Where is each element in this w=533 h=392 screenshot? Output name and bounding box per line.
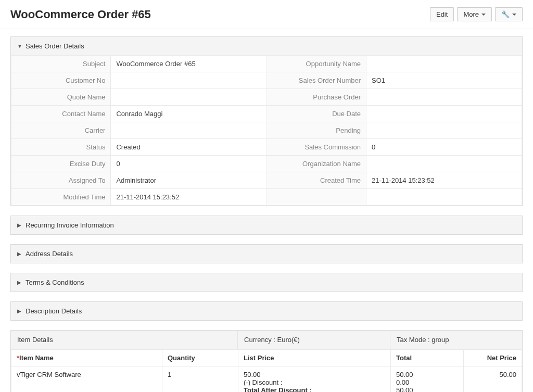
items-header-currency: Currency : Euro(€) xyxy=(238,331,390,349)
field-label-quote-name: Quote Name xyxy=(11,89,111,106)
section-title: Address Details xyxy=(26,250,73,258)
page-title: WooCommerce Order #65 xyxy=(10,8,151,21)
item-row: vTiger CRM Software 1 50.00 (-) Discount… xyxy=(11,366,522,393)
total-after-discount: 50.00 xyxy=(396,386,458,392)
section-header-description[interactable]: ▶ Description Details xyxy=(11,302,522,320)
section-recurring: ▶ Recurring Invoice Information xyxy=(10,216,523,235)
content-area: ▼ Sales Order Details Subject WooCommerc… xyxy=(0,29,533,392)
total-value: 50.00 xyxy=(396,371,458,378)
field-value-organization xyxy=(366,156,522,172)
items-columns-row: *Item Name Quantity List Price Total Net… xyxy=(11,350,522,366)
section-header-address[interactable]: ▶ Address Details xyxy=(11,245,522,263)
field-value-sales-commission: 0 xyxy=(366,139,522,156)
col-list-price: List Price xyxy=(238,350,391,366)
field-label-assigned-to: Assigned To xyxy=(11,172,111,189)
item-list-price: 50.00 (-) Discount : Total After Discoun… xyxy=(238,366,391,393)
field-value-customer-no xyxy=(111,72,266,89)
items-header-taxmode: Tax Mode : group xyxy=(390,331,522,349)
field-label-created-time: Created Time xyxy=(266,172,366,189)
field-value-opportunity xyxy=(366,56,522,72)
item-name: vTiger CRM Software xyxy=(11,366,162,393)
field-label-due-date: Due Date xyxy=(266,106,366,122)
field-label-empty xyxy=(266,189,366,206)
total-after-discount-label: Total After Discount : xyxy=(244,386,385,392)
field-label-modified-time: Modified Time xyxy=(11,189,111,206)
col-item-name-label: Item Name xyxy=(19,354,54,362)
col-net-price: Net Price xyxy=(464,350,522,366)
section-title: Recurring Invoice Information xyxy=(26,221,114,229)
field-label-carrier: Carrier xyxy=(11,122,111,139)
section-header-sales-order-details[interactable]: ▼ Sales Order Details xyxy=(11,37,522,55)
field-label-subject: Subject xyxy=(11,56,111,72)
field-label-status: Status xyxy=(11,139,111,156)
field-value-so-number: SO1 xyxy=(366,72,522,89)
field-value-empty xyxy=(366,189,522,206)
field-label-opportunity: Opportunity Name xyxy=(266,56,366,72)
list-price-value: 50.00 xyxy=(244,371,385,378)
field-value-contact-name: Conrado Maggi xyxy=(111,106,266,122)
section-title: Sales Order Details xyxy=(26,42,84,50)
section-title: Terms & Conditions xyxy=(26,279,84,286)
disclosure-down-icon: ▼ xyxy=(17,43,22,49)
col-item-name: *Item Name xyxy=(11,350,162,366)
field-value-excise-duty: 0 xyxy=(111,156,266,172)
header-actions: Edit More 🔧 xyxy=(430,7,523,21)
item-net-price: 50.00 xyxy=(464,366,522,393)
section-header-recurring[interactable]: ▶ Recurring Invoice Information xyxy=(11,216,522,234)
field-value-pending xyxy=(366,122,522,139)
disclosure-right-icon: ▶ xyxy=(17,308,22,314)
page-header: WooCommerce Order #65 Edit More 🔧 xyxy=(0,0,533,29)
items-table: *Item Name Quantity List Price Total Net… xyxy=(11,349,522,392)
field-value-carrier xyxy=(111,122,266,139)
section-description: ▶ Description Details xyxy=(10,301,523,321)
discount-label: (-) Discount : xyxy=(244,378,385,386)
field-label-organization: Organization Name xyxy=(266,156,366,172)
col-quantity: Quantity xyxy=(162,350,238,366)
field-value-purchase-order xyxy=(366,89,522,106)
disclosure-right-icon: ▶ xyxy=(17,222,22,228)
discount-amount: 0.00 xyxy=(396,378,458,386)
disclosure-right-icon: ▶ xyxy=(17,280,22,285)
field-label-so-number: Sales Order Number xyxy=(266,72,366,89)
items-header-row: Item Details Currency : Euro(€) Tax Mode… xyxy=(11,331,522,349)
section-terms: ▶ Terms & Conditions xyxy=(10,273,523,292)
section-sales-order-details: ▼ Sales Order Details Subject WooCommerc… xyxy=(10,36,523,206)
wrench-icon: 🔧 xyxy=(501,11,510,18)
field-value-due-date xyxy=(366,106,522,122)
edit-button[interactable]: Edit xyxy=(430,7,454,21)
section-item-details: Item Details Currency : Euro(€) Tax Mode… xyxy=(10,330,523,392)
field-value-modified-time: 21-11-2014 15:23:52 xyxy=(111,189,266,206)
col-total: Total xyxy=(391,350,464,366)
field-label-sales-commission: Sales Commission xyxy=(266,139,366,156)
field-label-contact-name: Contact Name xyxy=(11,106,111,122)
item-total: 50.00 0.00 50.00 xyxy=(391,366,464,393)
field-label-excise-duty: Excise Duty xyxy=(11,156,111,172)
field-label-customer-no: Customer No xyxy=(11,72,111,89)
field-label-purchase-order: Purchase Order xyxy=(266,89,366,106)
edit-button-label: Edit xyxy=(436,10,448,18)
field-value-quote-name xyxy=(111,89,266,106)
items-header-item-details: Item Details xyxy=(11,331,238,349)
section-title: Description Details xyxy=(26,307,82,315)
field-value-status: Created xyxy=(111,139,266,156)
caret-down-icon xyxy=(481,14,486,16)
field-value-created-time: 21-11-2014 15:23:52 xyxy=(366,172,522,189)
item-quantity: 1 xyxy=(162,366,238,393)
field-label-pending: Pending xyxy=(266,122,366,139)
field-value-assigned-to: Administrator xyxy=(111,172,266,189)
settings-button[interactable]: 🔧 xyxy=(495,7,523,21)
section-header-terms[interactable]: ▶ Terms & Conditions xyxy=(11,273,522,292)
section-address: ▶ Address Details xyxy=(10,244,523,263)
sales-order-details-table: Subject WooCommerce Order #65 Opportunit… xyxy=(11,55,522,206)
caret-down-icon xyxy=(512,14,516,16)
more-button-label: More xyxy=(463,10,479,18)
field-value-subject: WooCommerce Order #65 xyxy=(111,56,266,72)
disclosure-right-icon: ▶ xyxy=(17,251,22,257)
more-button[interactable]: More xyxy=(457,7,492,21)
